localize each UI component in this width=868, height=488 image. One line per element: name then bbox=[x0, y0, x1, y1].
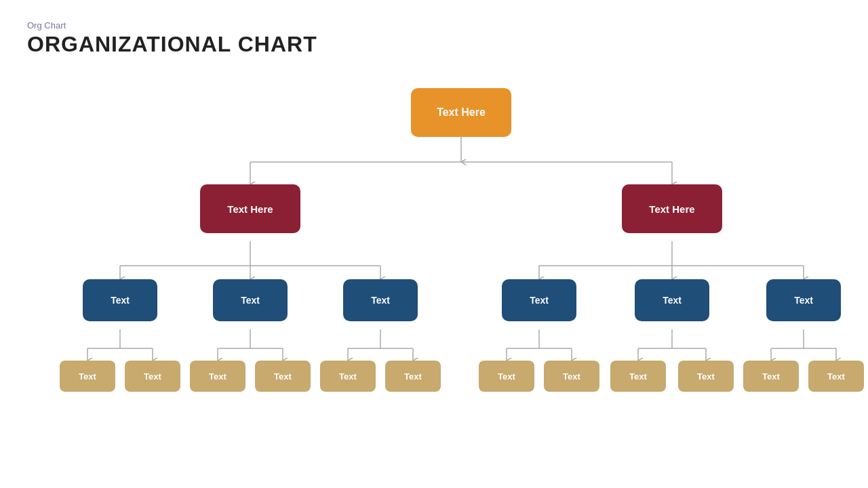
blue-node-5[interactable]: Text bbox=[635, 279, 709, 321]
root-node[interactable]: Text Here bbox=[411, 88, 511, 137]
subtitle: Org Chart bbox=[27, 20, 841, 30]
blue-node-2[interactable]: Text bbox=[213, 279, 288, 321]
tan-node-4[interactable]: Text bbox=[255, 361, 311, 392]
blue-node-3[interactable]: Text bbox=[343, 279, 418, 321]
blue-node-1[interactable]: Text bbox=[83, 279, 157, 321]
page: Org Chart ORGANIZATIONAL CHART bbox=[0, 0, 868, 488]
tan-node-3[interactable]: Text bbox=[190, 361, 245, 392]
mid-left-node[interactable]: Text Here bbox=[200, 184, 300, 233]
tan-node-9[interactable]: Text bbox=[610, 361, 666, 392]
tan-node-8[interactable]: Text bbox=[544, 361, 599, 392]
blue-node-6[interactable]: Text bbox=[766, 279, 841, 321]
mid-right-node[interactable]: Text Here bbox=[622, 184, 722, 233]
tan-node-1[interactable]: Text bbox=[60, 361, 115, 392]
tan-node-10[interactable]: Text bbox=[678, 361, 734, 392]
tan-node-11[interactable]: Text bbox=[743, 361, 799, 392]
tan-node-6[interactable]: Text bbox=[385, 361, 441, 392]
tan-node-7[interactable]: Text bbox=[479, 361, 534, 392]
tan-node-12[interactable]: Text bbox=[808, 361, 864, 392]
blue-node-4[interactable]: Text bbox=[502, 279, 576, 321]
chart-area: Text Here Text Here Text Here Text Text … bbox=[27, 64, 841, 464]
tan-node-5[interactable]: Text bbox=[320, 361, 376, 392]
page-title: ORGANIZATIONAL CHART bbox=[27, 32, 841, 57]
tan-node-2[interactable]: Text bbox=[125, 361, 180, 392]
